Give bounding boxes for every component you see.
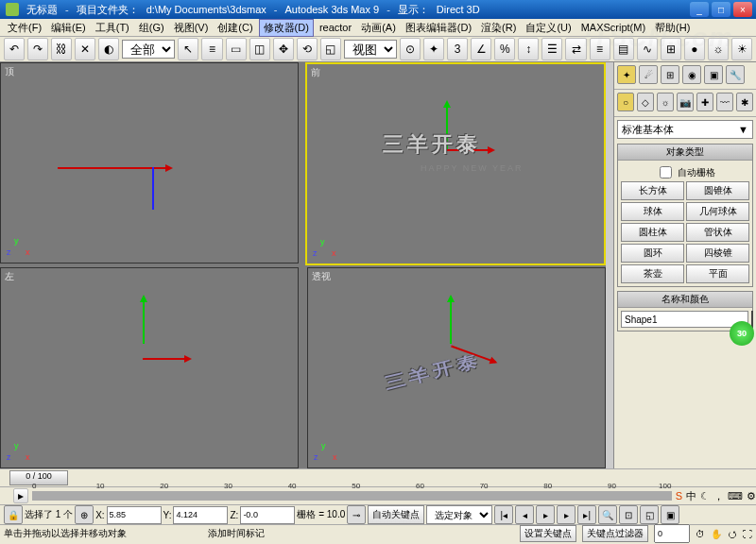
maximize-button[interactable]: □ (712, 2, 730, 17)
ime-zh-icon[interactable]: 中 (686, 489, 696, 503)
next-frame-button[interactable]: ▸ (557, 505, 576, 524)
minimize-button[interactable]: _ (690, 2, 709, 17)
play-button[interactable]: ▸ (536, 505, 555, 524)
goto-start-button[interactable]: |◂ (494, 505, 513, 524)
named-sel-button[interactable]: ☰ (541, 38, 562, 60)
ime-s-icon[interactable]: S (676, 490, 682, 502)
menu-views[interactable]: 视图(V) (170, 20, 213, 36)
field-view-button[interactable]: ▣ (661, 505, 679, 524)
lights-subtab[interactable]: ☼ (657, 93, 674, 111)
plane-button[interactable]: 平面 (686, 264, 749, 283)
menu-maxscript[interactable]: MAXScript(M) (577, 21, 649, 34)
pivot-button[interactable]: ⊙ (400, 38, 421, 60)
undo-button[interactable]: ↶ (4, 38, 25, 60)
motion-tab[interactable]: ◉ (682, 65, 701, 84)
percent-snap-button[interactable]: % (494, 38, 515, 60)
prev-frame-button[interactable]: ◂ (515, 505, 534, 524)
move-button[interactable]: ✥ (273, 38, 294, 60)
quick-render-button[interactable]: ☀ (731, 38, 752, 60)
torus-button[interactable]: 圆环 (621, 244, 684, 263)
keyfilter-button[interactable]: 关键点过滤器 (582, 525, 648, 542)
viewport-scrollbar[interactable] (606, 62, 613, 468)
helpers-subtab[interactable]: ✚ (696, 93, 713, 111)
menu-modifiers[interactable]: 修改器(D) (259, 19, 314, 37)
angle-snap-button[interactable]: ∠ (471, 38, 491, 60)
menu-render[interactable]: 渲染(R) (477, 20, 520, 36)
ime-gear-icon[interactable]: ⚙ (747, 490, 756, 502)
create-tab[interactable]: ✦ (617, 65, 636, 84)
geometry-subtab[interactable]: ○ (617, 93, 634, 111)
select-name-button[interactable]: ≡ (201, 38, 222, 60)
object-name-input[interactable] (621, 311, 748, 328)
zoom-all-button[interactable]: ⊡ (619, 505, 638, 524)
select-button[interactable]: ↖ (178, 38, 198, 60)
curve-editor-button[interactable]: ∿ (637, 38, 658, 60)
ime-keyboard-icon[interactable]: ⌨ (728, 490, 743, 502)
rotate-button[interactable]: ⟲ (297, 38, 318, 60)
lock-button[interactable]: 🔒 (4, 505, 23, 524)
keymode-select[interactable]: 选定对象 (426, 505, 492, 524)
cone-button[interactable]: 圆锥体 (686, 181, 749, 200)
window-crossing-button[interactable]: ◫ (249, 38, 270, 60)
select-region-button[interactable]: ▭ (226, 38, 247, 60)
box-button[interactable]: 长方体 (621, 181, 684, 200)
snap-button[interactable]: 3 (447, 38, 468, 60)
scale-button[interactable]: ◱ (320, 38, 341, 60)
menu-file[interactable]: 文件(F) (4, 20, 45, 36)
z-input[interactable] (240, 506, 295, 524)
link-button[interactable]: ⛓ (51, 38, 72, 60)
ime-moon-icon[interactable]: ☾ (700, 490, 710, 502)
display-tab[interactable]: ▣ (704, 65, 723, 84)
menu-help[interactable]: 帮助(H) (651, 20, 694, 36)
menu-group[interactable]: 组(G) (135, 20, 168, 36)
unlink-button[interactable]: ✕ (75, 38, 95, 60)
schematic-button[interactable]: ⊞ (661, 38, 681, 60)
x-input[interactable] (107, 506, 162, 524)
viewport-perspective[interactable]: 透视 三羊开泰 yxz (307, 267, 606, 468)
timeline-toggle[interactable]: ▸ (13, 488, 28, 503)
align-button[interactable]: ≡ (590, 38, 610, 60)
tube-button[interactable]: 管状体 (686, 223, 749, 242)
render-scene-button[interactable]: ☼ (708, 38, 729, 60)
systems-subtab[interactable]: ✱ (736, 93, 753, 111)
time-slider[interactable]: 0 / 100 (0, 468, 756, 486)
zoom-button[interactable]: 🔍 (598, 505, 617, 524)
bind-button[interactable]: ◐ (98, 38, 119, 60)
goto-end-button[interactable]: ▸| (577, 505, 596, 524)
ime-punct-icon[interactable]: ， (713, 489, 724, 503)
spacewarps-subtab[interactable]: 〰 (716, 93, 733, 111)
teapot-button[interactable]: 茶壶 (621, 264, 684, 283)
arc-rotate-button[interactable]: ⭯ (728, 529, 737, 539)
menu-anim[interactable]: 动画(A) (357, 20, 400, 36)
material-button[interactable]: ● (684, 38, 705, 60)
autokey-button[interactable]: 自动关键点 (368, 505, 424, 524)
geosphere-button[interactable]: 几何球体 (686, 202, 749, 221)
close-button[interactable]: × (733, 2, 752, 17)
redo-button[interactable]: ↷ (27, 38, 48, 60)
absolute-toggle[interactable]: ⊕ (75, 505, 94, 524)
menu-create[interactable]: 创建(C) (214, 20, 256, 36)
manipulate-button[interactable]: ✦ (423, 38, 444, 60)
menu-tools[interactable]: 工具(T) (92, 20, 133, 36)
menu-custom[interactable]: 自定义(U) (522, 20, 575, 36)
viewport-front[interactable]: 前 三羊开泰 HAPPY NEW YEAR yxz (305, 62, 606, 265)
frame-input[interactable] (654, 524, 690, 543)
layers-button[interactable]: ▤ (613, 38, 634, 60)
viewport-top[interactable]: 顶 yxz (0, 62, 299, 264)
menu-graph[interactable]: 图表编辑器(D) (402, 20, 475, 36)
modify-tab[interactable]: ☄ (639, 65, 658, 84)
pan-button[interactable]: ✋ (711, 529, 722, 539)
cameras-subtab[interactable]: 📷 (677, 93, 694, 111)
y-input[interactable] (173, 506, 228, 524)
selection-filter[interactable]: 全部 (122, 40, 175, 59)
cylinder-button[interactable]: 圆柱体 (621, 223, 684, 242)
time-config-button[interactable]: ⏱ (696, 529, 705, 539)
shapes-subtab[interactable]: ◇ (637, 93, 654, 111)
timeline-track[interactable]: 0 10 20 30 40 50 60 70 80 90 100 (32, 491, 672, 501)
viewport-left[interactable]: 左 yxz (0, 267, 299, 468)
zoom-ext-button[interactable]: ◱ (640, 505, 659, 524)
maximize-vp-button[interactable]: ⛶ (743, 529, 752, 539)
menu-edit[interactable]: 编辑(E) (47, 20, 90, 36)
menu-reactor[interactable]: reactor (316, 21, 355, 34)
time-handle[interactable]: 0 / 100 (9, 470, 68, 485)
